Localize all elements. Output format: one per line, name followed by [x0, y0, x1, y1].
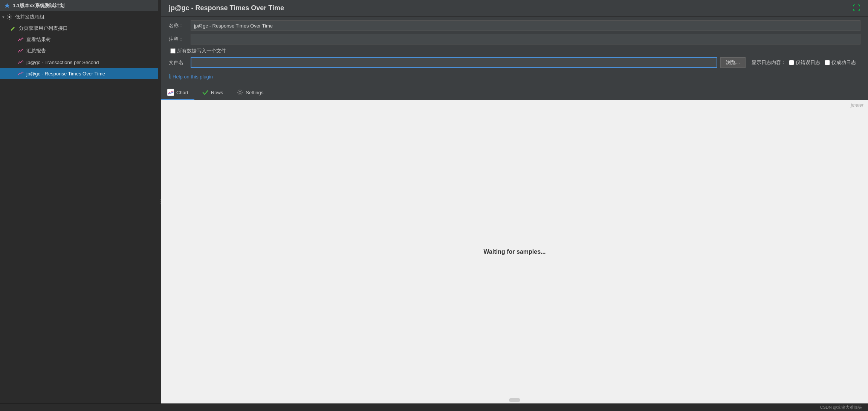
comment-label: 注释： [169, 36, 188, 43]
all-data-checkbox[interactable] [170, 48, 176, 54]
tab-settings[interactable]: Settings [231, 87, 269, 100]
log-error-option: 仅错误日志 [789, 59, 820, 66]
status-bar: CSDN @笨猪大难临头 [0, 403, 868, 411]
main-header: jp@gc - Response Times Over Time ⛶ [161, 0, 868, 17]
tab-rows[interactable]: Rows [196, 87, 229, 100]
filename-row: 文件名 浏览... 显示日志内容： 仅错误日志 仅成功日志 [169, 57, 860, 68]
graph-pink2-icon [17, 48, 24, 54]
tab-chart-label: Chart [176, 90, 188, 95]
sidebar-item-summary[interactable]: 汇总报告 [0, 45, 158, 57]
comment-row: 注释： [169, 34, 860, 44]
svg-marker-0 [5, 3, 10, 8]
name-input[interactable] [191, 20, 860, 31]
sidebar-item-root[interactable]: 1.1版本xx系统测试计划 [0, 0, 158, 11]
waiting-text: Waiting for samples... [484, 248, 546, 255]
browse-button[interactable]: 浏览... [720, 57, 746, 68]
app-container: 1.1版本xx系统测试计划 ▾ 低并发线程组 分页获取用户列表接口 [0, 0, 868, 403]
chart-area: jmeter Waiting for samples... [161, 100, 868, 403]
graph-pink4-icon [17, 70, 24, 77]
page-title: jp@gc - Response Times Over Time [169, 4, 284, 12]
svg-point-5 [22, 38, 23, 39]
filename-input[interactable] [191, 57, 717, 68]
name-label: 名称： [169, 22, 188, 29]
info-icon: ℹ [169, 73, 171, 80]
graph-pink-icon [17, 36, 24, 43]
graph-pink3-icon [17, 59, 24, 66]
chart-tab-icon [167, 89, 174, 96]
log-error-checkbox[interactable] [789, 60, 794, 65]
sidebar: 1.1版本xx系统测试计划 ▾ 低并发线程组 分页获取用户列表接口 [0, 0, 158, 403]
status-text: CSDN @笨猪大难临头 [820, 405, 862, 409]
help-link[interactable]: Help on this plugin [173, 74, 213, 80]
rocket-icon [4, 2, 11, 9]
svg-point-3 [19, 39, 20, 40]
log-error-label: 仅错误日志 [796, 59, 820, 66]
tab-chart[interactable]: Chart [161, 87, 194, 100]
sidebar-item-group[interactable]: ▾ 低并发线程组 [0, 11, 158, 23]
sidebar-item-response-time[interactable]: jp@gc - Response Times Over Time [0, 68, 158, 79]
svg-point-9 [239, 91, 241, 93]
log-success-option: 仅成功日志 [825, 59, 856, 66]
log-success-checkbox[interactable] [825, 60, 830, 65]
expand-icon[interactable]: ⛶ [853, 4, 860, 12]
all-data-checkbox-row: 所有数据写入一个文件 [169, 48, 860, 54]
main-content: jp@gc - Response Times Over Time ⛶ 名称： 注… [161, 0, 868, 403]
help-row: ℹ Help on this plugin [169, 71, 860, 81]
sidebar-item-tps[interactable]: jp@gc - Transactions per Second [0, 57, 158, 68]
comment-input[interactable] [191, 34, 860, 44]
form-area: 名称： 注释： 所有数据写入一个文件 文件名 浏览... 显示日志内容： [161, 17, 868, 85]
sidebar-item-view-tree[interactable]: 查看结果树 [0, 34, 158, 45]
log-display-label: 显示日志内容： [752, 59, 786, 66]
horizontal-scrollbar[interactable] [509, 398, 520, 402]
svg-point-1 [9, 16, 11, 18]
rows-tab-icon [202, 89, 209, 96]
svg-point-4 [20, 40, 21, 41]
name-row: 名称： [169, 20, 860, 31]
filename-label: 文件名 [169, 59, 188, 66]
svg-point-6 [19, 50, 20, 51]
all-data-label: 所有数据写入一个文件 [177, 48, 226, 54]
tab-rows-label: Rows [211, 90, 223, 95]
gear-icon [6, 14, 13, 20]
sidebar-divider[interactable]: ⋮ [158, 0, 161, 403]
sidebar-item-paginate-api[interactable]: 分页获取用户列表接口 [0, 23, 158, 34]
pencil-icon [10, 25, 17, 32]
log-success-label: 仅成功日志 [831, 59, 856, 66]
tabs-bar: Chart Rows Se [161, 85, 868, 100]
settings-tab-icon [237, 89, 243, 96]
jmeter-watermark: jmeter [851, 103, 863, 108]
tab-settings-label: Settings [246, 90, 263, 95]
